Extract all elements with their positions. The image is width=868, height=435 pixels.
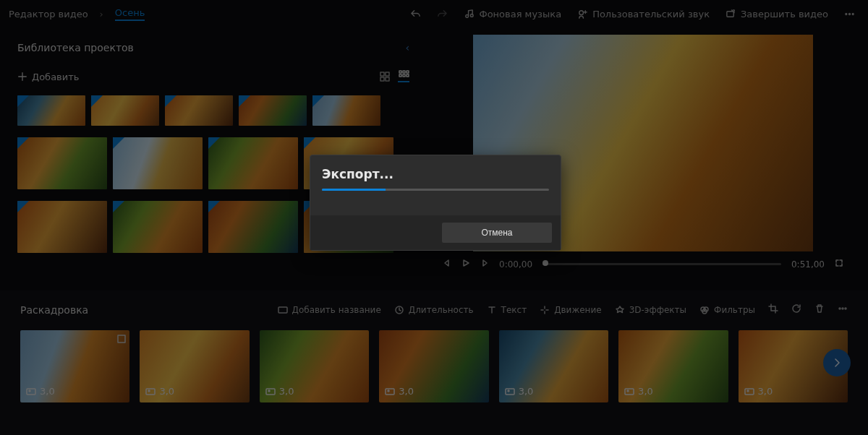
export-dialog: Экспорт... Отмена (310, 155, 561, 251)
export-dialog-title: Экспорт... (322, 167, 549, 181)
cancel-button[interactable]: Отмена (442, 223, 552, 243)
export-progress (322, 189, 549, 191)
